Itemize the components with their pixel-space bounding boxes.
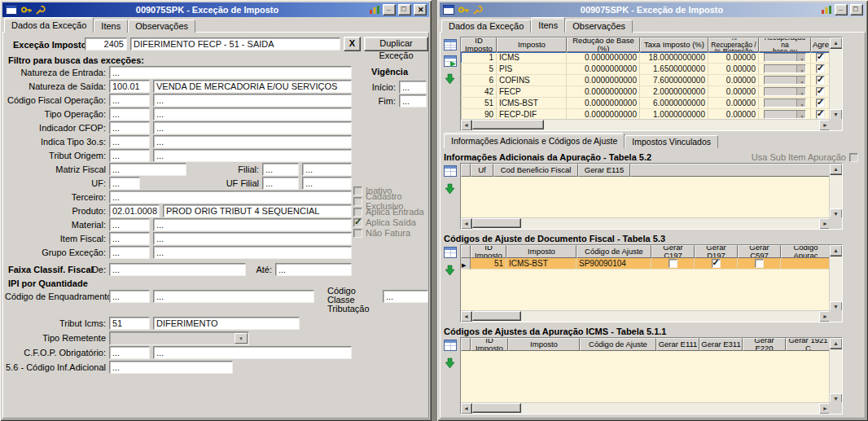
column-header-gerar-e311[interactable]: Gerar E311 xyxy=(699,338,743,351)
grid-browse-icon[interactable] xyxy=(444,39,458,52)
vertical-scrollbar[interactable] xyxy=(829,164,842,220)
produto-code-field[interactable]: 02.01.0008 xyxy=(109,204,160,217)
column-header-gerar-e111[interactable]: Gerar E111 xyxy=(656,338,699,351)
scrollbar-thumb[interactable] xyxy=(472,218,521,228)
column-header-gerar-c597[interactable]: Gerar C597 xyxy=(738,245,781,258)
scroll-up-button[interactable] xyxy=(830,37,843,49)
grupo-excecao-code-field[interactable]: ... xyxy=(109,246,150,259)
agregado-checkbox[interactable] xyxy=(811,98,831,109)
vertical-scrollbar[interactable] xyxy=(829,338,842,405)
grid-browse-icon[interactable] xyxy=(444,340,458,353)
inf-adicional-field[interactable]: ... xyxy=(109,361,233,374)
tribut-icms-desc-field[interactable]: DIFERIMENTO xyxy=(153,317,300,330)
gerar-c597-checkbox[interactable] xyxy=(738,258,781,270)
grid-browse-icon[interactable] xyxy=(444,165,458,178)
produto-desc-field[interactable]: PROD ORIG TRIBUT 4 SEQUENCIAL xyxy=(163,204,352,217)
codigo-fiscal-operacao-code-field[interactable]: ... xyxy=(109,94,150,107)
natureza-entrada-field[interactable]: ... xyxy=(109,66,352,79)
grid-browse-icon[interactable] xyxy=(444,247,458,260)
column-header-codigo-apuracao[interactable]: Código Apuraç xyxy=(781,245,831,258)
column-header-codigo-ajuste[interactable]: Código de Ajuste xyxy=(576,245,651,258)
tab-itens[interactable]: Itens xyxy=(94,20,128,33)
column-header-agregado[interactable]: Agre xyxy=(811,37,831,52)
table-row[interactable]: 42 FECP 0.0000000000 2.0000000000 0.0000… xyxy=(461,86,842,98)
grid-export-icon[interactable] xyxy=(444,357,458,371)
excecao-imposto-desc-field[interactable]: DIFERIMENTO FECP - 51 - SAIDA xyxy=(130,37,340,50)
natureza-saida-code-field[interactable]: 100.01 xyxy=(109,80,150,93)
scroll-left-button[interactable] xyxy=(461,403,472,414)
table-row[interactable]: 5 PIS 0.0000000000 1.6500000000 0.00000 xyxy=(461,64,842,75)
cfop-obrigatorio-code-field[interactable]: ... xyxy=(109,346,150,359)
cfop-obrigatorio-desc-field[interactable]: ... xyxy=(153,346,352,359)
fim-field[interactable]: ... xyxy=(399,94,427,107)
filial-desc-field[interactable]: ... xyxy=(302,163,352,176)
vertical-scrollbar[interactable] xyxy=(829,245,842,313)
codigo-fiscal-operacao-desc-field[interactable]: ... xyxy=(153,94,352,107)
tab-dados-da-excecao[interactable]: Dados da Exceção xyxy=(4,17,94,33)
close-button[interactable] xyxy=(414,4,427,15)
maximize-button[interactable] xyxy=(398,4,411,15)
scroll-left-button[interactable] xyxy=(461,120,472,131)
column-header-id-imposto[interactable]: ID Imposto xyxy=(471,338,508,351)
indicador-cfop-code-field[interactable]: ... xyxy=(109,121,150,134)
terceiro-field[interactable]: ... xyxy=(109,191,352,204)
agregado-checkbox[interactable] xyxy=(811,86,831,98)
tribut-origem-code-field[interactable]: ... xyxy=(109,149,150,162)
filial-code-field[interactable]: ... xyxy=(262,163,299,176)
scrollbar-thumb[interactable] xyxy=(472,311,521,321)
column-header-gerar-d197[interactable]: Gerar D197 xyxy=(695,245,738,258)
classe-tributacao-field[interactable]: ... xyxy=(383,290,428,303)
column-header-gerar-e115[interactable]: Gerar E115 xyxy=(578,164,630,177)
scroll-left-button[interactable] xyxy=(461,311,472,322)
column-header-codigo-ajuste[interactable]: Código de Ajuste xyxy=(580,338,656,351)
tipo-operacao-code-field[interactable]: ... xyxy=(109,107,150,121)
excecao-imposto-code-field[interactable]: 2405 xyxy=(85,37,127,50)
tab-observacoes[interactable]: Observações xyxy=(565,20,633,33)
column-header-uf[interactable]: Uf xyxy=(471,164,493,177)
agregado-checkbox[interactable] xyxy=(811,64,831,75)
faixa-de-field[interactable]: ... xyxy=(109,263,246,276)
grid-body[interactable] xyxy=(461,177,829,220)
scroll-left-button[interactable] xyxy=(461,218,472,230)
grid-body[interactable] xyxy=(461,351,829,405)
minimize-button[interactable] xyxy=(383,4,396,15)
scrollbar-thumb[interactable] xyxy=(472,120,544,129)
column-header-gerar-1921[interactable]: Gerar 1921 C xyxy=(786,338,831,351)
material-code-field[interactable]: ... xyxy=(109,218,150,231)
clear-excecao-button[interactable]: X xyxy=(344,37,361,51)
maximize-button[interactable] xyxy=(850,4,863,15)
column-header-recuperacao-base[interactable]: % Recuperação na base ou alíquota xyxy=(759,37,811,52)
grid-body[interactable] xyxy=(461,270,829,313)
tribut-icms-code-field[interactable]: 51 xyxy=(109,317,150,330)
table-row[interactable]: 6 COFINS 0.0000000000 7.6000000000 0.000… xyxy=(461,75,842,86)
scroll-up-button[interactable] xyxy=(830,245,843,257)
column-header-imposto[interactable]: Imposto xyxy=(508,338,580,351)
column-header-recuperacao-retencao[interactable]: % Recuperação / % Retenção xyxy=(708,37,759,52)
horizontal-scrollbar[interactable] xyxy=(461,402,831,414)
indica-tipo-3os-code-field[interactable]: ... xyxy=(109,135,150,148)
column-header-cod-beneficio[interactable]: Cod Beneficio Fiscal xyxy=(493,164,578,177)
uf-filial-desc-field[interactable]: ... xyxy=(302,177,352,190)
tab-observacoes[interactable]: Observações xyxy=(128,20,195,33)
tipo-operacao-desc-field[interactable]: ... xyxy=(153,107,352,121)
gerar-d197-checkbox[interactable] xyxy=(695,258,738,270)
agregado-checkbox[interactable] xyxy=(811,75,831,86)
agregado-checkbox[interactable] xyxy=(811,52,831,64)
indicador-cfop-desc-field[interactable]: ... xyxy=(153,121,352,134)
column-header-gerar-e220[interactable]: Gerar E220 xyxy=(743,338,786,351)
column-header-gerar-c197[interactable]: Gerar C197 xyxy=(651,245,695,258)
table-row[interactable]: 51 ICMS-BST SP90090104 xyxy=(461,258,842,270)
indica-tipo-3os-desc-field[interactable]: ... xyxy=(153,135,352,148)
table-row[interactable]: 51 ICMS-BST 0.0000000000 6.0000000000 0.… xyxy=(461,98,842,109)
tab-dados-da-excecao[interactable]: Dados da Exceção xyxy=(441,20,531,33)
column-header-id-imposto[interactable]: ID Imposto xyxy=(461,37,497,52)
duplicar-excecao-button[interactable]: Duplicar Exceção xyxy=(364,37,428,51)
enquadramento-desc-field[interactable]: ... xyxy=(153,290,314,303)
vertical-scrollbar[interactable] xyxy=(829,37,842,121)
uf-field[interactable]: ... xyxy=(109,177,140,190)
scrollbar-thumb[interactable] xyxy=(472,403,521,413)
material-desc-field[interactable]: ... xyxy=(153,218,352,231)
item-fiscal-code-field[interactable]: ... xyxy=(109,232,150,245)
horizontal-scrollbar[interactable] xyxy=(461,119,831,130)
matriz-fiscal-field[interactable]: ... xyxy=(109,163,186,176)
